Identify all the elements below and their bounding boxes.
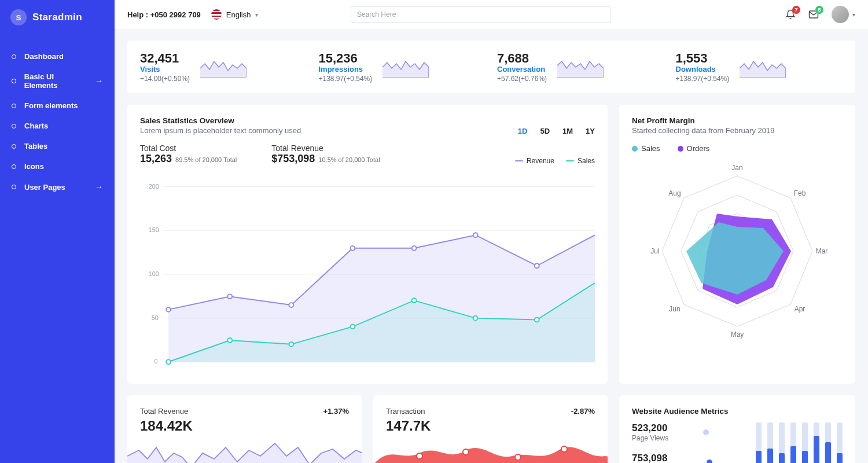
stats-card: 32,451 Visits +14.00(+0.50%) 15,236 Impr…: [127, 41, 855, 93]
aud-value: 753,098: [632, 453, 672, 463]
audience-card: Website Audience Metrics 523,200 Page Vi…: [619, 395, 855, 463]
bullet-icon: [12, 164, 16, 169]
svg-point-22: [289, 342, 293, 347]
metric-label: Total Revenue: [271, 144, 380, 153]
notifications-button[interactable]: 7: [785, 9, 796, 20]
brand-name: Staradmin: [32, 12, 82, 23]
language-label: English: [226, 10, 251, 19]
nav-label: Form elements: [24, 101, 78, 110]
nav-user-pages[interactable]: User Pages→: [0, 177, 115, 197]
svg-point-17: [473, 233, 478, 237]
nav-basic-ui[interactable]: Basic UI Elements→: [0, 67, 115, 95]
metric-value: 15,263: [140, 153, 172, 164]
svg-text:50: 50: [152, 314, 159, 321]
metric-value: $753,098: [271, 153, 315, 164]
svg-point-26: [535, 318, 539, 322]
metric-label: Total Cost: [140, 144, 237, 153]
period-1y[interactable]: 1Y: [586, 127, 595, 135]
topbar: Help : +050 2992 709 English ▾ 7 5: [115, 0, 868, 29]
stat-label: Impressions: [319, 65, 373, 74]
svg-point-41: [417, 453, 422, 459]
mail-badge: 5: [815, 6, 823, 14]
help-text: Help : +050 2992 709: [127, 10, 201, 19]
period-1m[interactable]: 1M: [562, 127, 573, 135]
bullet-icon: [12, 144, 16, 149]
stat-delta: +138.97(+0.54%): [319, 75, 373, 83]
svg-point-20: [166, 359, 171, 364]
svg-text:Aug: Aug: [668, 189, 681, 197]
metric-note: 10.5% of 20,000 Total: [318, 156, 380, 163]
nav-form-elements[interactable]: Form elements: [0, 95, 115, 116]
sidebar: S Staradmin Dashboard Basic UI Elements→…: [0, 0, 115, 463]
mini-delta: -2.87%: [571, 407, 595, 416]
nav-icons[interactable]: Icons: [0, 156, 115, 177]
aud-value: 523,200: [632, 422, 668, 434]
nav-charts[interactable]: Charts: [0, 116, 115, 136]
svg-text:0: 0: [155, 358, 158, 365]
sales-line-chart: 200 150 100 50 0: [140, 175, 595, 372]
stat-downloads: 1,553 Downloads +138.97(+0.54%): [676, 51, 843, 83]
legend-sales: Sales: [632, 144, 660, 153]
mini-value: 147.7K: [386, 418, 595, 434]
metric-note: 89.5% of 20,000 Total: [175, 156, 237, 163]
mini-delta: +1.37%: [323, 407, 349, 416]
profile-menu[interactable]: ▾: [832, 6, 855, 23]
audience-bar-chart: [756, 422, 843, 463]
mini-title: Total Revenue: [140, 407, 188, 416]
svg-point-12: [166, 307, 171, 312]
transaction-spark-chart: [373, 433, 608, 463]
stat-value: 7,688: [497, 51, 547, 66]
nav-label: Dashboard: [24, 52, 64, 61]
svg-point-25: [473, 316, 478, 321]
language-selector[interactable]: English ▾: [211, 9, 259, 20]
stat-delta: +57.62(+0.76%): [497, 75, 547, 83]
svg-point-14: [289, 303, 293, 307]
mail-button[interactable]: 5: [808, 9, 819, 20]
period-5d[interactable]: 5D: [540, 127, 550, 135]
bullet-icon: [12, 185, 16, 189]
stat-value: 32,451: [140, 51, 190, 66]
stat-conversation: 7,688 Conversation +57.62(+0.76%): [497, 51, 664, 83]
nav-tables[interactable]: Tables: [0, 136, 115, 156]
revenue-spark-chart: [127, 433, 362, 463]
dot-icon: [707, 460, 712, 463]
svg-point-16: [412, 246, 417, 251]
svg-text:Mar: Mar: [816, 247, 828, 255]
stat-value: 15,236: [319, 51, 373, 66]
svg-text:100: 100: [149, 270, 159, 277]
chevron-down-icon: ▾: [255, 12, 258, 18]
stat-visits: 32,451 Visits +14.00(+0.50%): [140, 51, 307, 83]
stat-impressions: 15,236 Impressions +138.97(+0.54%): [319, 51, 486, 83]
bullet-icon: [12, 54, 16, 59]
aud-label: Page Views: [632, 434, 668, 442]
stat-delta: +138.97(+0.54%): [676, 75, 730, 83]
brand-logo[interactable]: S Staradmin: [0, 0, 115, 35]
period-1d[interactable]: 1D: [518, 127, 528, 135]
sales-overview-card: Sales Statistics Overview Lorem ipsum is…: [127, 105, 608, 384]
card-title: Sales Statistics Overview: [140, 116, 301, 125]
card-title: Net Profit Margin: [632, 116, 843, 125]
legend-revenue: Revenue: [515, 157, 554, 165]
sparkline-icon: [557, 57, 604, 78]
stat-label: Downloads: [676, 65, 730, 74]
svg-text:May: May: [731, 330, 744, 339]
card-title: Website Audience Metrics: [632, 407, 843, 416]
svg-point-43: [515, 454, 521, 460]
bullet-icon: [12, 104, 16, 108]
legend-orders: Orders: [678, 144, 710, 153]
nav-dashboard[interactable]: Dashboard: [0, 46, 115, 67]
nav-label: User Pages: [24, 183, 65, 192]
search-input[interactable]: [351, 6, 611, 23]
svg-point-18: [535, 263, 539, 268]
svg-point-44: [561, 446, 567, 452]
svg-point-13: [227, 294, 232, 299]
sparkline-icon: [200, 57, 247, 78]
bullet-icon: [12, 124, 16, 128]
stat-label: Visits: [140, 65, 190, 74]
chevron-right-icon: →: [95, 182, 103, 192]
period-tabs: 1D 5D 1M 1Y: [518, 127, 595, 135]
nav-label: Basic UI Elements: [24, 72, 87, 90]
bullet-icon: [12, 79, 16, 83]
chevron-right-icon: →: [95, 76, 103, 86]
sparkline-icon: [740, 57, 786, 78]
